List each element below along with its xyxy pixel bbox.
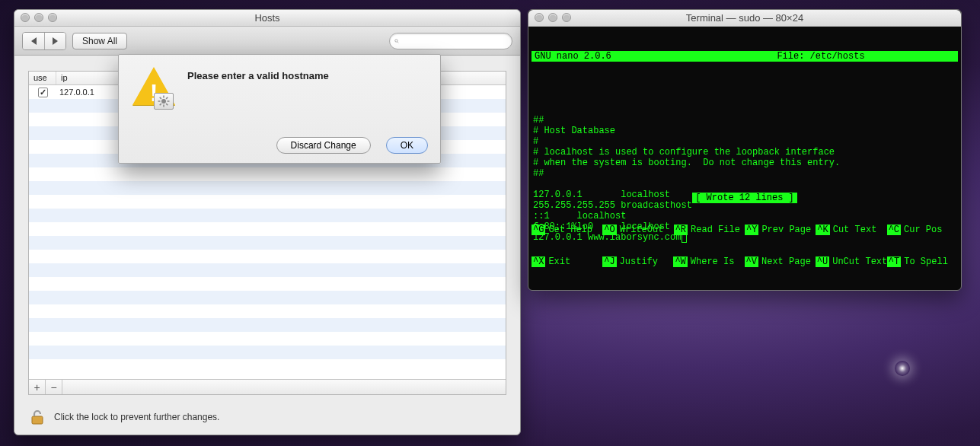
window-controls xyxy=(21,13,57,22)
chevron-left-icon xyxy=(31,37,37,45)
nano-shortcut: ^KCut Text xyxy=(816,225,886,235)
svg-point-0 xyxy=(395,39,397,41)
table-row[interactable] xyxy=(29,222,506,236)
table-row[interactable] xyxy=(29,304,506,318)
terminal-body[interactable]: GNU nano 2.0.6 File: /etc/hosts ### Host… xyxy=(528,27,961,290)
shortcut-key: ^T xyxy=(887,256,901,267)
minimize-icon[interactable] xyxy=(34,13,43,22)
ip-cell[interactable]: 127.0.0.1 xyxy=(56,88,125,97)
prefs-badge-icon xyxy=(154,93,174,110)
shortcut-label: Exit xyxy=(548,256,570,267)
terminal-title: Terminal — sudo — 80×24 xyxy=(686,12,803,24)
shortcut-label: Read File xyxy=(691,225,740,235)
shortcut-key: ^U xyxy=(816,256,829,267)
nano-shortcut: ^JJustify xyxy=(602,256,673,267)
alert-sheet: ! Please enter a valid hostname Discard … xyxy=(118,54,441,164)
discard-change-button[interactable]: Discard Change xyxy=(276,137,371,154)
table-row[interactable] xyxy=(29,277,506,291)
shortcut-key: ^R xyxy=(674,225,688,235)
close-icon[interactable] xyxy=(21,13,30,22)
show-all-button[interactable]: Show All xyxy=(72,33,127,49)
nano-shortcut: ^YPrev Page xyxy=(745,225,816,235)
nano-file: File: /etc/hosts xyxy=(687,51,955,62)
nano-shortcut: ^RRead File xyxy=(674,225,745,235)
decor-star xyxy=(895,361,910,376)
terminal-titlebar[interactable]: Terminal — sudo — 80×24 xyxy=(528,10,961,27)
nano-shortcut: ^GGet Help xyxy=(531,225,602,235)
svg-line-8 xyxy=(160,97,161,99)
shortcut-label: WriteOut xyxy=(620,225,664,235)
zoom-icon[interactable] xyxy=(562,13,571,22)
hosts-window: Hosts Show All use ip hostname 127.0.0.1… xyxy=(14,9,521,435)
search-input[interactable] xyxy=(402,37,507,46)
warning-icon: ! xyxy=(131,67,177,113)
table-row[interactable] xyxy=(29,291,506,304)
add-button[interactable]: + xyxy=(29,380,46,394)
svg-rect-2 xyxy=(32,416,43,424)
search-icon xyxy=(394,37,399,46)
table-row[interactable] xyxy=(29,346,506,359)
unlock-icon[interactable] xyxy=(28,408,46,426)
hosts-titlebar[interactable]: Hosts xyxy=(14,10,520,27)
table-row[interactable] xyxy=(29,209,506,222)
shortcut-key: ^W xyxy=(673,256,687,267)
shortcut-key: ^Y xyxy=(745,225,758,235)
window-controls xyxy=(535,13,571,22)
svg-line-11 xyxy=(166,97,168,99)
shortcut-label: Justify xyxy=(620,256,658,267)
close-icon[interactable] xyxy=(535,13,544,22)
table-row[interactable] xyxy=(29,181,506,195)
table-row[interactable] xyxy=(29,250,506,263)
shortcut-label: Where Is xyxy=(691,256,735,267)
nano-footer: [ Wrote 12 lines ] ^GGet Help^OWriteOut^… xyxy=(531,171,958,288)
shortcut-label: Cur Pos xyxy=(904,225,942,235)
table-row[interactable] xyxy=(29,167,506,181)
minimize-icon[interactable] xyxy=(548,13,557,22)
use-checkbox[interactable] xyxy=(38,88,48,97)
nano-shortcut: ^XExit xyxy=(531,256,602,267)
shortcut-label: Cut Text xyxy=(833,225,877,235)
nano-header: GNU nano 2.0.6 File: /etc/hosts xyxy=(531,51,958,62)
svg-line-10 xyxy=(160,104,161,105)
table-row[interactable] xyxy=(29,318,506,332)
nano-status: [ Wrote 12 lines ] xyxy=(531,193,958,203)
lock-row: Click the lock to prevent further change… xyxy=(14,400,520,435)
shortcut-key: ^J xyxy=(602,256,616,267)
hosts-title: Hosts xyxy=(254,12,279,24)
shortcut-label: To Spell xyxy=(904,256,948,267)
remove-button[interactable]: − xyxy=(46,380,62,394)
nav-group xyxy=(22,32,66,50)
table-row[interactable] xyxy=(29,263,506,277)
show-all-label: Show All xyxy=(82,36,117,46)
term-line: # localhost is used to configure the loo… xyxy=(531,147,958,158)
term-line: # Host Database xyxy=(531,126,958,136)
forward-button[interactable] xyxy=(44,33,65,49)
term-line: # xyxy=(531,136,958,147)
shortcut-label: Next Page xyxy=(761,256,811,267)
nano-shortcut: ^TTo Spell xyxy=(887,256,958,267)
col-use[interactable]: use xyxy=(29,72,56,84)
nano-shortcut: ^UUnCut Text xyxy=(816,256,887,267)
search-field[interactable] xyxy=(389,33,512,49)
alert-message: Please enter a valid hostname xyxy=(187,67,428,81)
ok-button[interactable]: OK xyxy=(386,137,428,154)
term-line: ## xyxy=(531,115,958,126)
zoom-icon[interactable] xyxy=(48,13,57,22)
nano-app: GNU nano 2.0.6 xyxy=(535,51,687,62)
table-row[interactable] xyxy=(29,359,506,373)
term-line: # when the system is booting. Do not cha… xyxy=(531,158,958,168)
hosts-toolbar: Show All xyxy=(14,27,520,56)
shortcut-label: Get Help xyxy=(548,225,592,235)
nano-shortcut: ^WWhere Is xyxy=(673,256,744,267)
back-button[interactable] xyxy=(23,33,44,49)
table-row[interactable] xyxy=(29,195,506,209)
shortcut-key: ^O xyxy=(602,225,616,235)
lock-text: Click the lock to prevent further change… xyxy=(54,412,219,422)
svg-point-3 xyxy=(161,99,166,104)
col-ip[interactable]: ip xyxy=(56,72,125,84)
chevron-right-icon xyxy=(53,37,58,45)
shortcut-key: ^C xyxy=(887,225,901,235)
table-row[interactable] xyxy=(29,332,506,346)
shortcut-key: ^X xyxy=(531,256,545,267)
table-row[interactable] xyxy=(29,236,506,250)
